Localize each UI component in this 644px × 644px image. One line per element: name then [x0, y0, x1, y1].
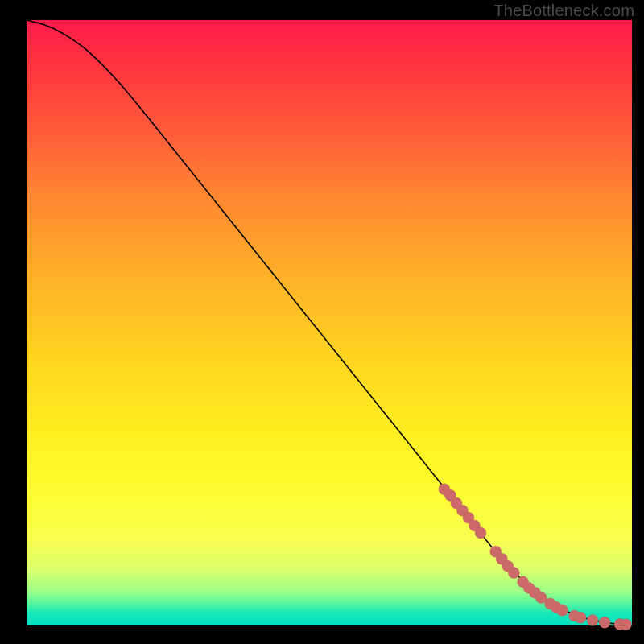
attribution-text: TheBottleneck.com	[493, 2, 634, 20]
curve-marker	[475, 527, 486, 539]
plot-area	[27, 20, 632, 625]
curve-marker	[587, 615, 598, 626]
curve-marker	[599, 617, 610, 628]
chart-frame: TheBottleneck.com	[0, 0, 644, 644]
curve-marker	[557, 605, 568, 616]
curve-marker	[575, 612, 586, 623]
curve-marker	[508, 568, 519, 579]
bottleneck-curve	[27, 20, 632, 625]
curve-marker	[620, 619, 631, 630]
curve-markers	[439, 484, 632, 630]
chart-svg	[27, 20, 632, 625]
